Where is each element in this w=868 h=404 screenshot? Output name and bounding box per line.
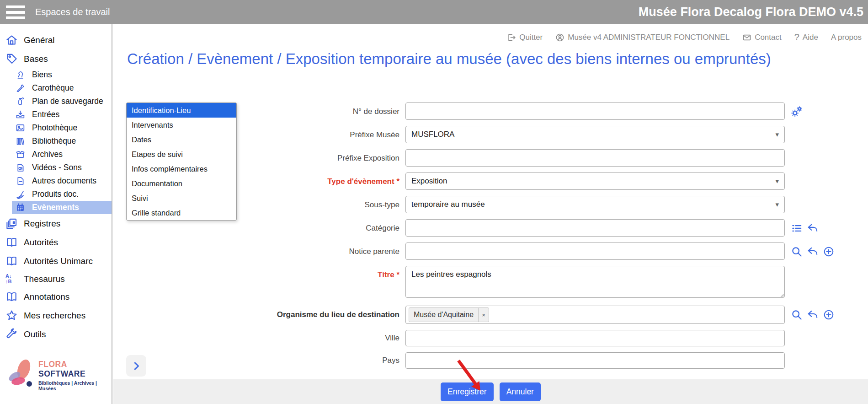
sidebar-item-archives[interactable]: Archives [12, 148, 112, 161]
quit-link[interactable]: Quitter [507, 33, 543, 42]
tab-identification-lieu[interactable]: Identification-Lieu [127, 103, 236, 118]
form-row-prefixe-exposition: Préfixe Exposition [272, 149, 835, 167]
sidebar-item-mes-recherches[interactable]: Mes recherches [0, 306, 112, 325]
form-row-type-evenement: Type d'évènement * Exposition▾ [272, 172, 835, 190]
sous-type-select[interactable]: temporaire au musée▾ [405, 196, 785, 213]
selected-value-chip: Musée d'Aquitaine × [409, 307, 489, 322]
type-evenement-select[interactable]: Exposition▾ [405, 172, 785, 190]
tab-documentation[interactable]: Documentation [127, 176, 236, 191]
contact-link[interactable]: Contact [742, 33, 782, 42]
form-row-pays: Pays [272, 352, 835, 369]
tab-etapes-de-suivi[interactable]: Etapes de suivi [127, 147, 236, 162]
chevron-down-icon: ▾ [775, 200, 779, 209]
user-account-link[interactable]: Musée v4 ADMINISTRATEUR FONCTIONNEL [555, 33, 730, 42]
sidebar-item-phototheque[interactable]: Photothèque [12, 121, 112, 135]
sidebar-item-bibliotheque[interactable]: Bibliothèque [12, 135, 112, 148]
form-section-tabs: Identification-Lieu Intervenants Dates E… [126, 102, 237, 221]
sidebar-item-biens[interactable]: Biens [12, 68, 112, 81]
file-document-icon [16, 176, 25, 186]
workspace-label[interactable]: Espaces de travail [35, 7, 110, 17]
organisme-chip-field[interactable]: Musée d'Aquitaine × [405, 306, 785, 324]
sidebar-item-autorites[interactable]: Autorités [0, 233, 112, 252]
undo-arrow-icon[interactable] [807, 222, 819, 234]
required-asterisk: * [396, 270, 399, 279]
quit-label: Quitter [519, 33, 543, 42]
sidebar-item-label: Bibliothèque [32, 136, 76, 146]
prefixe-musee-select[interactable]: MUSFLORA▾ [405, 126, 785, 143]
ville-input[interactable] [405, 330, 785, 346]
sidebar-item-label: Outils [24, 329, 46, 339]
sidebar-item-registres[interactable]: Registres [0, 214, 112, 233]
sidebar-item-plan-sauvegarde[interactable]: Plan de sauvegarde [12, 95, 112, 108]
undo-arrow-icon[interactable] [807, 309, 819, 321]
sidebar-item-thesaurus[interactable]: A↓↑B Thesaurus [0, 270, 112, 287]
sidebar-item-label: Bases [24, 54, 48, 64]
sidebar-item-label: Produits doc. [32, 189, 79, 199]
list-icon[interactable] [791, 222, 803, 234]
dossier-input[interactable] [405, 102, 785, 120]
sidebar-item-outils[interactable]: Outils [0, 325, 112, 344]
home-icon [5, 34, 18, 46]
tab-suivi[interactable]: Suivi [127, 191, 236, 205]
help-link[interactable]: ? Aide [794, 32, 818, 43]
tab-grille-standard[interactable]: Grille standard [127, 205, 236, 220]
sidebar-item-entrees[interactable]: Entrées [12, 108, 112, 121]
prefixe-exposition-input[interactable] [405, 149, 785, 167]
flora-flower-icon [6, 358, 35, 392]
field-label: Préfixe Exposition [272, 149, 399, 163]
sidebar-item-label: Plan de sauvegarde [32, 97, 103, 106]
fire-extinguisher-icon [16, 97, 25, 106]
tab-intervenants[interactable]: Intervenants [127, 118, 236, 132]
titre-textarea[interactable]: Les peintres espagnols [405, 266, 785, 298]
sidebar-item-videos-sons[interactable]: Vidéos - Sons [12, 161, 112, 174]
pays-input[interactable] [405, 352, 785, 369]
sidebar-item-autres-documents[interactable]: Autres documents [12, 174, 112, 188]
tab-dates[interactable]: Dates [127, 132, 236, 147]
logout-icon [507, 33, 516, 42]
gears-icon[interactable] [791, 106, 803, 118]
sidebar-item-bases[interactable]: Bases [0, 49, 112, 68]
sidebar-item-label: Autres documents [32, 176, 96, 186]
field-label: N° de dossier [272, 102, 399, 116]
sidebar-item-evenements[interactable]: Evènements [12, 201, 112, 214]
undo-arrow-icon[interactable] [807, 246, 819, 258]
expand-panel-button[interactable] [126, 355, 146, 377]
add-circle-icon[interactable] [823, 309, 835, 321]
sidebar-item-produits-doc[interactable]: Produits doc. [12, 188, 112, 201]
page-title: Création / Evènement / Exposition tempor… [127, 48, 785, 70]
about-label: A propos [831, 33, 862, 42]
sidebar-item-autorites-unimarc[interactable]: Autorités Unimarc [0, 252, 112, 270]
user-label: Musée v4 ADMINISTRATEUR FONCTIONNEL [568, 33, 730, 42]
search-icon[interactable] [791, 246, 803, 258]
chevron-down-icon: ▾ [775, 177, 779, 185]
application-window: Espaces de travail Musée Flora Decalog F… [0, 0, 868, 404]
notice-parente-input[interactable] [405, 242, 785, 260]
form-row-ville: Ville [272, 330, 835, 346]
tab-infos-complementaires[interactable]: Infos complémentaires [127, 162, 236, 176]
carrot-icon [16, 83, 25, 93]
about-link[interactable]: A propos [831, 33, 862, 42]
sidebar-item-general[interactable]: Général [0, 31, 112, 49]
categorie-input[interactable] [405, 219, 785, 237]
sidebar-item-label: Général [24, 35, 55, 45]
cancel-button[interactable]: Annuler [500, 382, 541, 401]
selected-value: temporaire au musée [411, 200, 485, 209]
field-label: Organisme du lieu de destination [272, 306, 399, 319]
chip-remove-icon[interactable]: × [478, 308, 489, 322]
sidebar-item-annotations[interactable]: Annotations [0, 287, 112, 306]
chip-label: Musée d'Aquitaine [409, 308, 478, 322]
add-circle-icon[interactable] [823, 246, 835, 258]
tag-icon [5, 53, 18, 65]
logo-wordmark: FLORA SOFTWARE [38, 360, 112, 379]
contact-label: Contact [755, 33, 782, 42]
top-bar: Espaces de travail Musée Flora Decalog F… [0, 0, 868, 24]
logo-tagline: Bibliothèques | Archives | Musées [38, 380, 112, 391]
stacked-papers-icon [16, 189, 25, 199]
search-icon[interactable] [791, 309, 803, 321]
save-button[interactable]: Enregistrer [441, 382, 494, 401]
hamburger-menu-icon[interactable] [6, 5, 25, 19]
app-title: Musée Flora Decalog Flora DEMO v4.5 [639, 0, 863, 24]
open-book-icon [5, 255, 18, 267]
file-video-icon [16, 163, 25, 172]
sidebar-item-carotheque[interactable]: Carothèque [12, 81, 112, 95]
